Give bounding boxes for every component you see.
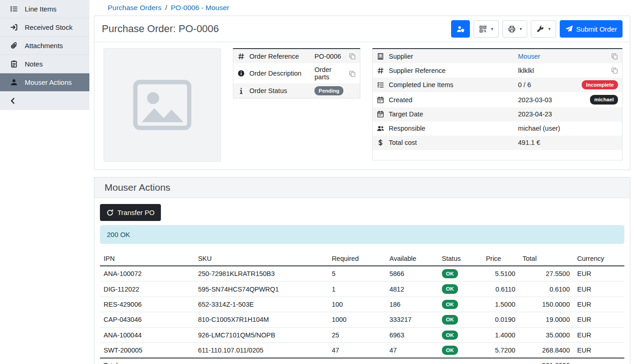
cell-currency: EUR xyxy=(573,266,624,281)
table-row: DIG-112022595-SN74HCS74QPWRQ114812OK0.61… xyxy=(100,281,624,297)
sidebar-item-line-items[interactable]: Line Items xyxy=(0,0,89,18)
list-check-icon xyxy=(377,81,384,88)
sidebar-item-notes[interactable]: Notes xyxy=(0,55,89,73)
detail-value: 2023-03-03 xyxy=(518,96,585,104)
table-row: ANA-100072250-72981KLRATR150B355866OK5.5… xyxy=(100,266,624,281)
cell-status: OK xyxy=(438,281,482,297)
pending-badge: Pending xyxy=(314,86,343,95)
list-icon xyxy=(10,5,18,13)
cell-required: 1000 xyxy=(328,312,386,327)
michael-badge: michael xyxy=(590,95,618,104)
clipboard-icon xyxy=(10,60,18,68)
sidebar: Line ItemsReceived StockAttachmentsNotes… xyxy=(0,0,89,110)
hash-icon xyxy=(377,67,384,74)
detail-value: lklklkl xyxy=(518,67,606,74)
order-actions-button[interactable]: ▾ xyxy=(531,20,556,38)
sidebar-item-label: Attachments xyxy=(25,42,63,50)
detail-value: michael (user) xyxy=(518,125,618,132)
cell-available: 6963 xyxy=(386,327,438,342)
page-title: Purchase Order: PO-0006 xyxy=(102,23,219,35)
cell-ipn: CAP-043046 xyxy=(100,312,194,327)
detail-value[interactable]: Mouser xyxy=(518,53,606,60)
calendar-icon xyxy=(377,96,384,104)
copy-icon[interactable] xyxy=(349,53,356,60)
status-ok-badge: OK xyxy=(442,269,458,278)
supplier-details-table: SupplierMouserSupplier ReferencelklklklC… xyxy=(372,48,623,160)
purchase-order-panel: Purchase Order: PO-0006 ▾▾▾Submit Order … xyxy=(94,16,630,170)
transfer-po-button[interactable]: Transfer PO xyxy=(100,204,161,221)
sidebar-item-label: Received Stock xyxy=(25,23,72,31)
print-actions-button[interactable]: ▾ xyxy=(502,20,528,38)
detail-label: Created xyxy=(389,96,513,104)
purchase-order-header: Purchase Order: PO-0006 ▾▾▾Submit Order xyxy=(94,16,630,42)
copy-icon[interactable] xyxy=(611,53,618,60)
caret-down-icon: ▾ xyxy=(548,27,551,31)
order-details-body: Order ReferencePO-0006Order DescriptionO… xyxy=(94,42,630,170)
barcode-actions-button[interactable]: ▾ xyxy=(474,20,499,38)
status-ok-badge: OK xyxy=(442,346,458,355)
cell-ipn: DIG-112022 xyxy=(100,281,194,297)
user-shield-icon xyxy=(457,25,464,33)
status-ok-badge: OK xyxy=(442,331,458,340)
column-header-total: Total xyxy=(519,252,573,266)
detail-value: 491.1 € xyxy=(518,139,618,146)
detail-value: 0 / 6 xyxy=(518,81,577,88)
user-admin-button[interactable] xyxy=(451,20,470,38)
cell-ipn: SWT-200005 xyxy=(100,342,194,358)
detail-label: Order Status xyxy=(249,87,310,94)
sidebar-item-attachments[interactable]: Attachments xyxy=(0,37,89,55)
copy-icon[interactable] xyxy=(611,67,618,74)
part-image-placeholder[interactable] xyxy=(104,48,221,162)
detail-value: Pending xyxy=(314,86,356,95)
detail-label: Supplier Reference xyxy=(389,67,513,74)
copy-icon[interactable] xyxy=(349,70,356,77)
detail-row-target-date: Target Date2023-04-23 xyxy=(373,107,622,121)
caret-down-icon: ▾ xyxy=(520,27,522,31)
sidebar-item-mouser-actions[interactable]: Mouser Actions xyxy=(0,73,89,92)
detail-row-order-description: Order DescriptionOrder parts xyxy=(233,63,360,83)
table-row: SWT-200005611-110.107.011/02054747OK5.72… xyxy=(100,342,624,358)
cell-price: 5.5100 xyxy=(482,266,519,281)
detail-value: 2023-04-23 xyxy=(518,110,618,118)
submit-order-button[interactable]: Submit Order xyxy=(560,20,623,38)
detail-row-created: Created2023-03-03michael xyxy=(373,92,622,107)
footer-cell xyxy=(482,358,519,364)
cell-available: 47 xyxy=(386,342,438,358)
cell-currency: EUR xyxy=(573,342,624,358)
users-icon xyxy=(377,125,384,132)
cell-total: 27.5500 xyxy=(519,266,573,281)
sidebar-collapse-button[interactable] xyxy=(0,92,89,110)
cell-status: OK xyxy=(438,327,482,342)
sign-in-icon xyxy=(10,23,18,31)
cell-sku: 250-72981KLRATR150B3 xyxy=(194,266,328,281)
breadcrumb-purchase-orders[interactable]: Purchase Orders xyxy=(108,4,161,12)
cell-ipn: ANA-100072 xyxy=(100,266,194,281)
sidebar-item-received-stock[interactable]: Received Stock xyxy=(0,18,89,37)
breadcrumb-current-order[interactable]: PO-0006 - Mouser xyxy=(171,4,229,12)
cell-price: 0.6110 xyxy=(482,281,519,297)
status-ok-badge: OK xyxy=(442,300,458,309)
cell-price: 5.7200 xyxy=(482,342,519,358)
detail-row-supplier-reference: Supplier Referencelklklkl xyxy=(373,63,622,77)
mouser-actions-header: Mouser Actions xyxy=(94,177,630,198)
order-details-table: Order ReferencePO-0006Order DescriptionO… xyxy=(233,48,360,99)
detail-row-order-reference: Order ReferencePO-0006 xyxy=(233,49,360,63)
cell-sku: 926-LMC7101QM5/NOPB xyxy=(194,327,328,342)
table-row: ANA-100044926-LMC7101QM5/NOPB256963OK1.4… xyxy=(100,327,624,342)
cell-ipn: RES-429006 xyxy=(100,297,194,312)
panel-title: Mouser Actions xyxy=(105,182,620,193)
detail-row-completed-line-items: Completed Line Items0 / 6Incomplete xyxy=(373,77,622,92)
column-header-price: Price xyxy=(482,252,519,266)
detail-row-total-cost: Total cost491.1 € xyxy=(373,136,622,150)
cell-total: 0.6100 xyxy=(519,281,573,297)
sidebar-nav: Line ItemsReceived StockAttachmentsNotes… xyxy=(0,0,89,92)
footer-cell xyxy=(438,358,482,364)
detail-row-order-status: Order StatusPending xyxy=(233,83,360,98)
hash-icon xyxy=(237,53,245,60)
printer-icon xyxy=(508,25,516,33)
column-header-available: Available xyxy=(386,252,438,266)
status-alert: 200 OK xyxy=(100,225,624,244)
cell-price: 1.5000 xyxy=(482,297,519,312)
user-icon xyxy=(10,78,18,86)
wrench-icon xyxy=(536,25,544,33)
